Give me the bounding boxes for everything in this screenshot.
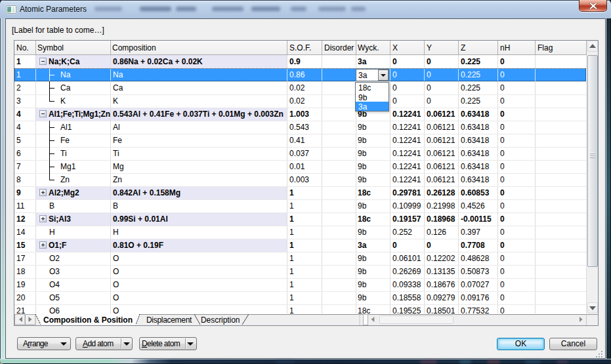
svg-text:Composition & Position: Composition & Position	[43, 315, 133, 325]
svg-text:Description: Description	[201, 315, 240, 325]
svg-text:Displacement: Displacement	[146, 315, 192, 325]
